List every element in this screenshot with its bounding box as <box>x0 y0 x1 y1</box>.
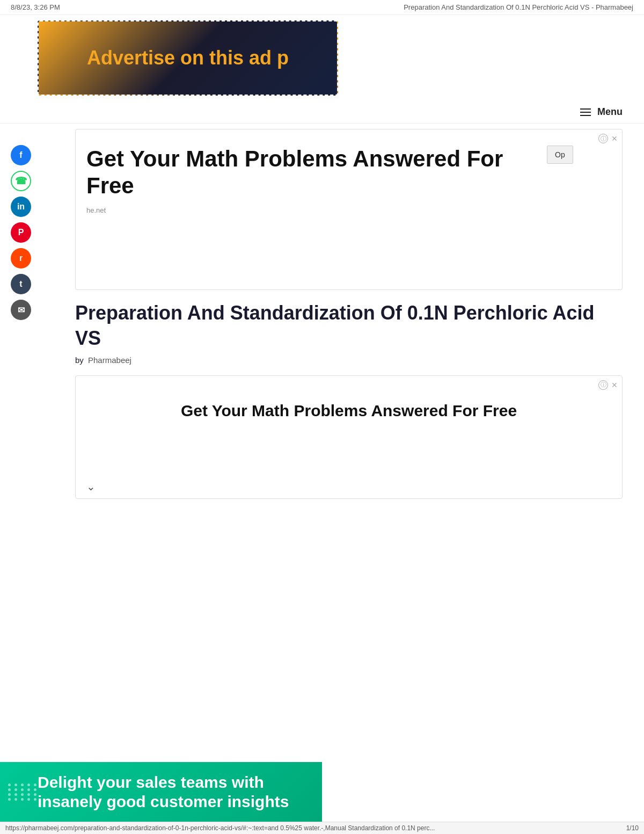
ad-box-2: ⓘ ✕ Get Your Math Problems Answered For … <box>75 375 623 499</box>
ad-info-icon-2[interactable]: ⓘ <box>598 380 608 390</box>
status-bar: https://pharmabeej.com/preparation-and-s… <box>0 822 644 834</box>
email-icon: ✉ <box>18 305 25 315</box>
menu-button[interactable]: Menu <box>580 106 623 118</box>
ad-box-1-heading: Get Your Math Problems Answered For Free <box>86 146 531 200</box>
menu-bar: Menu <box>0 101 644 124</box>
whatsapp-share-button[interactable]: ☎ <box>11 171 31 191</box>
social-sidebar: f ☎ in P r t ✉ <box>11 145 31 320</box>
ad-close-icon-1[interactable]: ✕ <box>611 134 618 143</box>
pinterest-share-button[interactable]: P <box>11 222 31 243</box>
ad-box-1: ⓘ ✕ Get Your Math Problems Answered For … <box>75 129 623 290</box>
ad-info-icon-1[interactable]: ⓘ <box>598 134 608 143</box>
ad-box-1-cta: Op <box>547 146 611 164</box>
main-content: f ☎ in P r t ✉ ⓘ ✕ Get Your Math Problem… <box>0 129 644 499</box>
article-title: Preparation And Standardization Of 0.1N … <box>75 301 623 351</box>
ad-box-1-source: he.net <box>86 206 531 214</box>
author-prefix: by <box>75 356 84 365</box>
bottom-banner-ad[interactable]: Delight your sales teams with insanely g… <box>0 762 322 822</box>
reddit-share-button[interactable]: r <box>11 248 31 269</box>
page-number: 1/10 <box>626 824 639 832</box>
top-banner-ad[interactable]: Advertise on this ad p <box>38 20 338 96</box>
menu-label: Menu <box>597 106 623 118</box>
linkedin-share-button[interactable]: in <box>11 197 31 217</box>
hamburger-icon <box>580 108 591 116</box>
ad-box-2-heading: Get Your Math Problems Answered For Free <box>84 400 614 421</box>
linkedin-icon: in <box>17 202 25 212</box>
top-bar: 8/8/23, 3:26 PM Preparation And Standard… <box>0 0 644 15</box>
status-url: https://pharmabeej.com/preparation-and-s… <box>5 824 435 832</box>
tumblr-icon: t <box>19 279 22 289</box>
bottom-banner-dots-icon <box>8 784 38 801</box>
ad-box-1-controls: ⓘ ✕ <box>598 134 618 143</box>
email-share-button[interactable]: ✉ <box>11 300 31 320</box>
ad-box-1-inner: Get Your Math Problems Answered For Free… <box>86 146 611 214</box>
reddit-icon: r <box>19 253 23 263</box>
bottom-banner-text: Delight your sales teams with insanely g… <box>38 773 306 811</box>
ad-close-icon-2[interactable]: ✕ <box>611 381 618 389</box>
top-ad-advertise: Advertise <box>87 47 175 69</box>
pinterest-icon: P <box>18 228 24 237</box>
ad-box-1-text: Get Your Math Problems Answered For Free… <box>86 146 531 214</box>
browser-title: Preparation And Standardization Of 0.1N … <box>404 3 633 11</box>
facebook-share-button[interactable]: f <box>11 145 31 165</box>
ad-box-2-controls: ⓘ ✕ <box>598 380 618 390</box>
browser-datetime: 8/8/23, 3:26 PM <box>11 3 60 11</box>
article-author: by Pharmabeej <box>75 356 623 365</box>
whatsapp-icon: ☎ <box>15 175 27 187</box>
facebook-icon: f <box>19 150 22 160</box>
top-ad-rest: on this ad p <box>180 47 289 69</box>
ad-cta-button-1[interactable]: Op <box>547 146 573 164</box>
top-ad-text: Advertise on this ad p <box>87 47 289 69</box>
tumblr-share-button[interactable]: t <box>11 274 31 294</box>
collapse-arrow[interactable]: ⌄ <box>86 480 96 493</box>
author-name[interactable]: Pharmabeej <box>88 356 131 365</box>
